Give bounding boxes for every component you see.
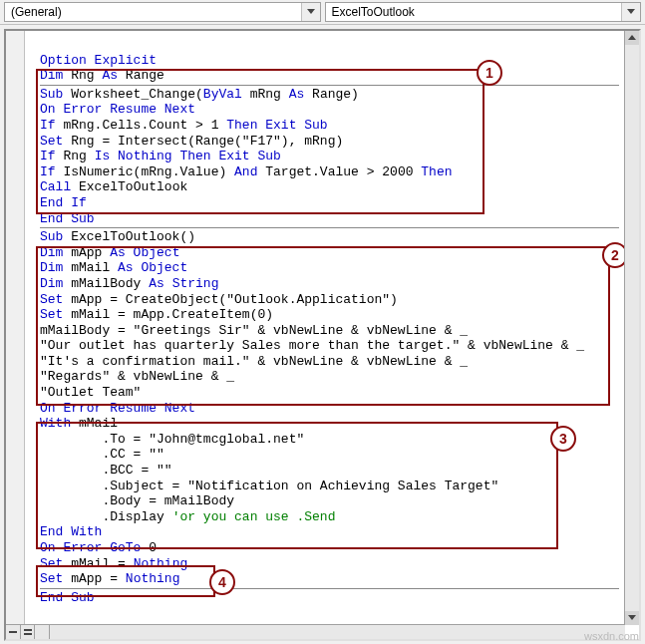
code-token: If (40, 118, 56, 133)
code-token: Rng (56, 149, 95, 163)
code-token: Nothing (126, 571, 180, 586)
code-token: On Error Resume Next (40, 401, 195, 416)
code-token: With (40, 416, 71, 431)
svg-marker-0 (307, 9, 315, 14)
code-token: mMail = (63, 556, 133, 571)
code-token: Range (118, 68, 164, 83)
svg-rect-4 (9, 631, 17, 633)
procedure-dropdown-value: ExcelToOutlook (332, 5, 415, 19)
code-token: Then Exit Sub (226, 118, 327, 133)
dropdown-toolbar: (General) ExcelToOutlook (0, 0, 645, 25)
code-token: mMail (63, 260, 118, 275)
code-token: mMailBody = "Greetings Sir" & vbNewLine … (40, 323, 468, 338)
code-token: ExcelToOutlook (71, 179, 187, 194)
code-token: Call (40, 179, 71, 194)
code-token: Rng (63, 68, 102, 83)
code-token: 0 (141, 540, 157, 555)
code-token: Sub (40, 229, 63, 244)
code-token: mApp (63, 245, 110, 260)
watermark: wsxdn.com (584, 630, 639, 642)
svg-rect-5 (24, 629, 32, 631)
code-token: Dim (40, 276, 63, 291)
scroll-up-icon[interactable] (625, 31, 639, 45)
code-token: mApp = (63, 571, 125, 586)
view-mode-buttons (6, 624, 50, 639)
code-token: If (40, 164, 56, 179)
code-token: Nothing (134, 556, 188, 571)
svg-marker-2 (628, 35, 636, 40)
code-token: mRng (242, 87, 289, 102)
code-token: mMail (71, 416, 118, 431)
code-token: "Our outlet has quarterly Sales more tha… (40, 338, 584, 353)
code-token: ExcelToOutlook() (63, 229, 195, 244)
svg-marker-1 (627, 9, 635, 14)
horizontal-scrollbar[interactable] (50, 624, 625, 639)
code-token: On Error GoTo (40, 540, 141, 555)
code-token: .To = "John@tmcglobal.net" (40, 432, 304, 447)
code-token: mMail = mApp.CreateItem(0) (63, 307, 273, 322)
procedure-separator (40, 85, 619, 86)
code-token: Dim (40, 260, 63, 275)
code-token: Option Explicit (40, 53, 157, 68)
code-token: Set (40, 556, 63, 571)
code-token: Worksheet_Change( (63, 87, 202, 102)
procedure-view-icon[interactable] (6, 625, 21, 639)
code-token: As Object (110, 245, 179, 260)
procedure-separator (40, 588, 619, 589)
code-token: End If (40, 195, 87, 210)
procedure-dropdown[interactable]: ExcelToOutlook (325, 2, 642, 22)
chevron-down-icon[interactable] (301, 3, 320, 21)
code-token: Dim (40, 68, 63, 83)
chevron-down-icon[interactable] (621, 3, 640, 21)
code-token: Sub (40, 87, 63, 102)
svg-rect-6 (24, 633, 32, 635)
procedure-separator (40, 227, 619, 228)
code-token: Set (40, 307, 63, 322)
code-token: End Sub (40, 590, 95, 605)
code-token: As String (149, 276, 218, 291)
code-token: If (40, 149, 56, 163)
code-token: ByVal (203, 87, 242, 102)
object-dropdown[interactable]: (General) (4, 2, 321, 22)
code-token: And (234, 164, 257, 179)
code-surface[interactable]: Option Explicit Dim Rng As Range Sub Wor… (6, 31, 625, 625)
code-token: Is Nothing Then Exit Sub (95, 149, 281, 163)
code-token: mApp = CreateObject("Outlook.Application… (63, 292, 397, 307)
code-token: End With (40, 524, 102, 539)
code-token: End Sub (40, 211, 95, 226)
full-module-view-icon[interactable] (21, 625, 36, 639)
code-token: Dim (40, 245, 63, 260)
code-token: .Display (40, 509, 172, 524)
code-token: .Subject = "Notification on Achieving Sa… (40, 479, 498, 493)
code-token: .Body = mMailBody (40, 493, 234, 508)
code-token: On Error Resume Next (40, 102, 195, 117)
code-token: Rng = Intersect(Range("F17"), mRng) (63, 134, 343, 149)
scroll-down-icon[interactable] (625, 611, 639, 625)
code-token: As (102, 68, 118, 83)
code-editor: Option Explicit Dim Rng As Range Sub Wor… (4, 29, 641, 641)
code-token: Set (40, 292, 63, 307)
vertical-scrollbar[interactable] (624, 31, 639, 625)
code-token: IsNumeric(mRng.Value) (56, 164, 234, 179)
code-token: "Regards" & vbNewLine & _ (40, 369, 234, 384)
code-token: Range) (304, 87, 359, 102)
code-token: As (289, 87, 305, 102)
code-token: Set (40, 134, 63, 149)
code-token: Target.Value > 2000 (257, 164, 421, 179)
svg-marker-3 (628, 615, 636, 620)
code-token: "Outlet Team" (40, 385, 141, 400)
object-dropdown-value: (General) (11, 5, 62, 19)
code-token: Set (40, 571, 63, 586)
spacer (35, 625, 50, 639)
code-token: As Object (118, 260, 187, 275)
code-token: mRng.Cells.Count > 1 (56, 118, 227, 133)
code-token: mMailBody (63, 276, 149, 291)
code-token: .BCC = "" (40, 463, 172, 478)
code-token: 'or you can use .Send (172, 509, 336, 524)
code-token: Then (421, 164, 452, 179)
code-token: .CC = "" (40, 447, 164, 462)
code-token: "It's a confirmation mail." & vbNewLine … (40, 354, 468, 369)
